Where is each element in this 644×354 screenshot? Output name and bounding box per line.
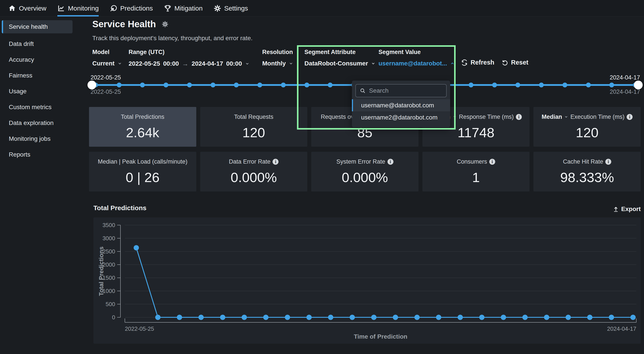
total-predictions-chart: 05001000150020002500300035002022-05-2520… [94, 217, 641, 344]
sidebar-item-fairness[interactable]: Fairness [0, 68, 76, 83]
model-select[interactable]: Current [92, 60, 122, 67]
top-navigation: Overview Monitoring Predictions Mitigati… [0, 0, 644, 17]
range-start-time: 00:00 [163, 60, 179, 67]
target-arrow-icon [110, 4, 117, 12]
tile-system-error-rate[interactable]: System Error Rate 0.000% [311, 152, 418, 192]
chevron-down-icon[interactable] [453, 115, 457, 119]
timeline-handle-start[interactable] [88, 81, 96, 89]
timeline-point [586, 83, 591, 87]
tile-value: 1 [472, 170, 480, 185]
export-icon [613, 206, 619, 212]
segment-attribute-select[interactable]: DataRobot-Consumer [304, 60, 376, 67]
arrow-right-icon: → [182, 60, 188, 67]
reset-icon [502, 59, 508, 66]
tab-label: Overview [19, 4, 46, 12]
search-icon [360, 88, 366, 93]
tile-value: 98.333% [560, 170, 614, 185]
range-start-date: 2022-05-25 [128, 60, 160, 67]
timeline-point [492, 83, 497, 87]
info-icon[interactable] [272, 159, 278, 165]
timeline-point [516, 83, 520, 87]
timeline-point [140, 83, 145, 87]
tab-mitigation[interactable]: Mitigation [164, 0, 203, 16]
tile-total-requests[interactable]: Total Requests 120 [200, 107, 308, 147]
tile-value: 0 | 26 [126, 170, 160, 185]
page-title-row: Service Health [92, 19, 168, 29]
tile-consumers[interactable]: Consumers 1 [422, 152, 530, 192]
sidebar-item-data-exploration[interactable]: Data exploration [0, 115, 76, 131]
chevron-down-icon [118, 61, 122, 66]
segment-value-label: Segment Value [378, 49, 454, 55]
chevron-down-icon[interactable] [564, 115, 568, 119]
timeline-point [304, 83, 309, 87]
segment-value-control: Segment Value username@datarobot... [378, 49, 454, 67]
range-control: Range (UTC) 2022-05-25 00:00 → 2024-04-1… [128, 49, 250, 67]
tab-overview[interactable]: Overview [8, 0, 46, 16]
timeline-point [468, 83, 474, 87]
sidebar-item-accuracy[interactable]: Accuracy [0, 52, 76, 68]
page-subtitle: Track this deployment's latency, through… [92, 35, 252, 42]
tile-cache-hit-rate[interactable]: Cache Hit Rate 98.333% [534, 152, 641, 192]
segment-attribute-label: Segment Attribute [304, 49, 376, 55]
tab-label: Mitigation [174, 4, 203, 12]
dropdown-option-username2[interactable]: username2@datarobot.com [352, 111, 450, 123]
dropdown-option-username[interactable]: username@datarobot.com [352, 99, 450, 111]
chart-line-icon [57, 4, 65, 12]
svg-text:3000: 3000 [102, 235, 115, 242]
range-label: Range (UTC) [128, 49, 250, 55]
model-control: Model Current [92, 49, 122, 67]
range-select[interactable]: 2022-05-25 00:00 → 2024-04-17 00:00 [128, 60, 250, 67]
tile-value: 120 [242, 125, 265, 140]
refresh-button[interactable]: Refresh [461, 59, 494, 66]
tile-execution-time[interactable]: Median Execution Time (ms) 120 [534, 107, 641, 147]
sidebar-item-usage[interactable]: Usage [0, 83, 76, 99]
tab-label: Settings [224, 4, 248, 12]
sidebar-item-custom-metrics[interactable]: Custom metrics [0, 99, 76, 115]
reset-button[interactable]: Reset [502, 59, 528, 66]
sidebar-item-data-drift[interactable]: Data drift [0, 36, 76, 52]
refresh-icon [461, 59, 468, 66]
info-icon[interactable] [388, 159, 394, 165]
tile-total-predictions[interactable]: Total Predictions 2.64k [89, 107, 196, 147]
tile-peak-load[interactable]: Median | Peak Load (calls/minute) 0 | 26 [89, 152, 196, 192]
tab-settings[interactable]: Settings [214, 0, 248, 16]
settings-gear-icon[interactable] [162, 21, 168, 27]
info-icon[interactable] [489, 159, 495, 165]
resolution-label: Resolution [262, 49, 293, 55]
segment-value-select[interactable]: username@datarobot... [378, 60, 454, 67]
sidebar-item-reports[interactable]: Reports [0, 147, 76, 162]
gear-icon [214, 4, 221, 12]
info-icon[interactable] [627, 114, 632, 120]
timeline-point [281, 83, 286, 87]
timeline-end-date-bottom: 2024-04-17 [610, 88, 640, 95]
timeline-handle-end[interactable] [634, 81, 643, 89]
sidebar-item-service-health[interactable]: Service health [2, 20, 72, 33]
tile-data-error-rate[interactable]: Data Error Rate 0.000% [200, 152, 308, 192]
sidebar-item-monitoring-jobs[interactable]: Monitoring jobs [0, 131, 76, 147]
resolution-select[interactable]: Monthly [262, 60, 293, 67]
info-icon[interactable] [605, 159, 611, 165]
timeline-end-date-top: 2024-04-17 [610, 74, 640, 81]
home-icon [8, 4, 16, 12]
tab-monitoring[interactable]: Monitoring [57, 0, 99, 16]
search-input[interactable] [369, 87, 442, 94]
chevron-down-icon [371, 61, 376, 66]
chart-title: Total Predictions [94, 204, 146, 212]
page-title: Service Health [92, 19, 156, 29]
model-label: Model [92, 49, 122, 55]
tab-predictions[interactable]: Predictions [110, 0, 153, 16]
timeline-point [328, 83, 332, 87]
dropdown-search[interactable] [356, 84, 446, 97]
timeline-point [164, 83, 168, 87]
export-button[interactable]: Export [613, 206, 641, 213]
info-icon[interactable] [516, 114, 522, 120]
svg-text:500: 500 [106, 301, 115, 308]
svg-text:Total Predictions: Total Predictions [98, 246, 104, 296]
timeline-point [562, 83, 567, 87]
range-end-date: 2024-04-17 [192, 60, 223, 67]
svg-text:2022-05-25: 2022-05-25 [125, 326, 154, 332]
svg-text:0: 0 [112, 314, 115, 321]
chevron-up-icon [450, 61, 454, 66]
svg-text:Time of Prediction: Time of Prediction [354, 333, 408, 340]
timeline-point [539, 83, 544, 87]
